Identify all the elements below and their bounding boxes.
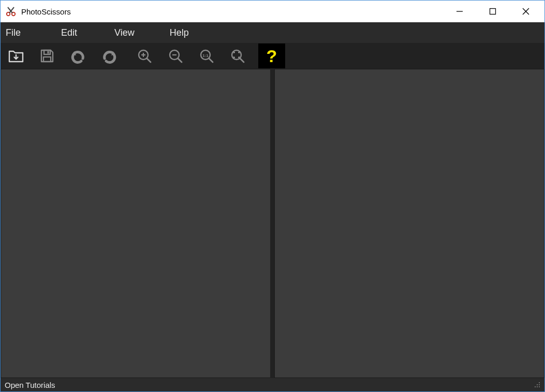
svg-point-26 <box>535 386 536 387</box>
svg-point-28 <box>539 386 540 387</box>
titlebar: PhotoScissors <box>1 1 544 22</box>
zoom-out-icon <box>167 48 184 64</box>
window-title: PhotoScissors <box>21 7 443 16</box>
close-button[interactable] <box>509 1 542 22</box>
folder-open-icon <box>7 47 25 65</box>
svg-text:1:1: 1:1 <box>202 53 209 58</box>
svg-line-12 <box>147 59 151 62</box>
help-button[interactable]: ? <box>258 43 285 68</box>
window-controls <box>443 1 542 22</box>
zoom-fit-button[interactable] <box>225 43 250 68</box>
svg-point-24 <box>537 384 538 385</box>
svg-rect-5 <box>490 9 496 14</box>
maximize-button[interactable] <box>476 1 509 22</box>
toolbar: 1:1 ? <box>1 43 544 69</box>
svg-point-27 <box>537 386 538 387</box>
resize-grip-icon[interactable] <box>533 381 540 389</box>
redo-icon <box>100 47 118 65</box>
zoom-in-icon <box>136 48 153 64</box>
open-button[interactable] <box>4 43 28 68</box>
zoom-actual-icon: 1:1 <box>198 48 215 64</box>
menu-view[interactable]: View <box>105 27 144 38</box>
source-pane[interactable] <box>1 69 270 378</box>
svg-line-19 <box>209 59 213 62</box>
menu-file[interactable]: File <box>3 27 30 38</box>
zoom-actual-button[interactable]: 1:1 <box>194 43 219 68</box>
redo-button[interactable] <box>97 43 122 68</box>
app-icon <box>5 5 17 18</box>
svg-rect-10 <box>43 57 51 62</box>
zoom-in-button[interactable] <box>132 43 157 68</box>
svg-line-22 <box>240 59 244 62</box>
zoom-out-button[interactable] <box>163 43 188 68</box>
zoom-fit-icon <box>229 48 246 64</box>
save-icon <box>39 48 55 64</box>
menu-edit[interactable]: Edit <box>52 27 86 38</box>
menu-help[interactable]: Help <box>160 27 198 38</box>
pane-divider[interactable] <box>270 69 274 378</box>
minimize-button[interactable] <box>443 1 476 22</box>
undo-icon <box>69 47 87 65</box>
svg-rect-8 <box>44 50 50 54</box>
svg-point-23 <box>539 382 540 383</box>
undo-button[interactable] <box>66 43 91 68</box>
svg-line-16 <box>178 59 182 62</box>
question-icon: ? <box>267 47 277 65</box>
workspace <box>1 69 544 378</box>
statusbar-text[interactable]: Open Tutorials <box>5 381 55 389</box>
result-pane[interactable] <box>274 69 544 378</box>
save-button[interactable] <box>35 43 60 68</box>
statusbar: Open Tutorials <box>1 378 544 391</box>
menubar: File Edit View Help <box>1 22 544 43</box>
svg-point-25 <box>539 384 540 385</box>
svg-rect-9 <box>48 51 49 54</box>
